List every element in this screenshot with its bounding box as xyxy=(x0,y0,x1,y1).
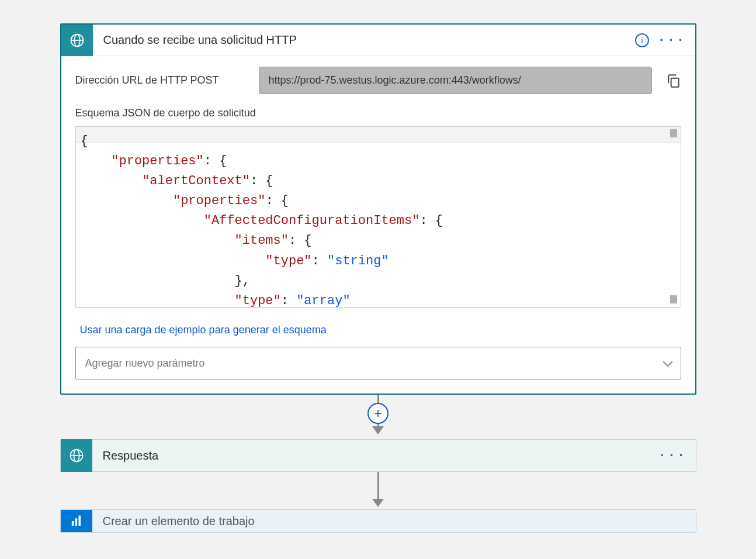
work-item-title: Crear un elemento de trabajo xyxy=(92,515,696,528)
svg-rect-9 xyxy=(78,516,81,526)
globe-icon xyxy=(61,25,93,56)
more-menu-icon[interactable]: · · · xyxy=(660,449,684,462)
connector xyxy=(60,472,696,509)
add-step-button[interactable]: + xyxy=(367,403,389,424)
chevron-down-icon xyxy=(663,357,672,367)
devops-icon xyxy=(61,509,92,533)
add-parameter-placeholder: Agregar nuevo parámetro xyxy=(85,357,205,370)
copy-url-icon[interactable] xyxy=(666,73,681,88)
http-trigger-card: Cuando se recibe una solicitud HTTP i · … xyxy=(60,23,696,395)
http-post-url-field[interactable]: https://prod-75.westus.logic.azure.com:4… xyxy=(259,67,652,94)
http-trigger-header[interactable]: Cuando se recibe una solicitud HTTP i · … xyxy=(61,25,695,56)
response-title: Respuesta xyxy=(92,449,660,463)
svg-rect-8 xyxy=(75,518,77,526)
connector: + xyxy=(60,395,696,439)
info-icon[interactable]: i xyxy=(635,33,649,47)
url-label: Dirección URL de HTTP POST xyxy=(75,74,245,87)
json-schema-editor[interactable]: { "properties": { "alertContext": { "pro… xyxy=(75,126,681,308)
globe-icon xyxy=(61,439,92,472)
http-trigger-title: Cuando se recibe una solicitud HTTP xyxy=(93,33,635,47)
use-sample-payload-link[interactable]: Usar una carga de ejemplo para generar e… xyxy=(80,324,327,336)
svg-rect-3 xyxy=(671,78,678,87)
response-card[interactable]: Respuesta · · · xyxy=(60,439,696,472)
create-work-item-card[interactable]: Crear un elemento de trabajo xyxy=(60,509,696,533)
schema-label: Esquema JSON de cuerpo de solicitud xyxy=(75,107,681,119)
add-parameter-dropdown[interactable]: Agregar nuevo parámetro xyxy=(75,347,681,379)
more-menu-icon[interactable]: · · · xyxy=(660,34,684,47)
svg-rect-7 xyxy=(71,521,74,526)
